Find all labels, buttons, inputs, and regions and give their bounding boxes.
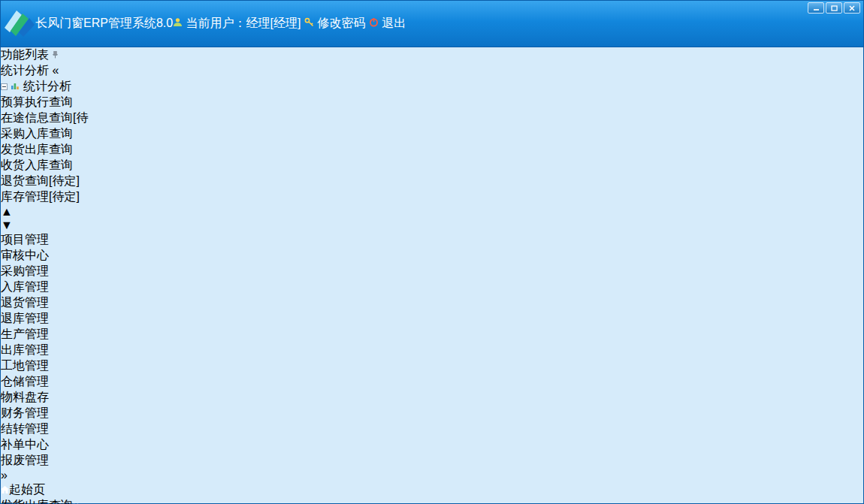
maximize-button[interactable] <box>826 2 842 14</box>
module-label: 报废管理 <box>1 454 49 466</box>
window-controls <box>808 2 860 14</box>
module-label: 生产管理 <box>1 327 49 340</box>
statistics-tree: 统计分析 预算执行查询在途信息查询[待采购入库查询发货出库查询收货入库查询退货查… <box>1 79 863 232</box>
sidebar-module[interactable]: 报废管理 <box>1 453 863 469</box>
tab-label: 起始页 <box>9 483 45 496</box>
tree-item[interactable]: 预算执行查询 <box>1 95 863 110</box>
tree-root-label: 统计分析 <box>23 80 71 92</box>
current-user-label: 当前用户：经理[经理] <box>186 17 301 29</box>
sidebar-module[interactable]: 补单中心 <box>1 437 863 453</box>
tree-item-label: 采购入库查询 <box>1 127 73 140</box>
module-label: 审核中心 <box>1 249 49 261</box>
tree-item[interactable]: 发货出库查询 <box>1 142 863 158</box>
tree-item-label: 库存管理[待定] <box>1 190 80 203</box>
sidebar-module[interactable]: 入库管理 <box>1 279 863 295</box>
module-label: 采购管理 <box>1 264 49 277</box>
app-title: 长风门窗ERP管理系统8.0 <box>35 16 173 32</box>
tree-item-label: 预算执行查询 <box>1 95 73 108</box>
sidebar-module[interactable]: 工地管理 <box>1 358 863 374</box>
sidebar-module[interactable]: 生产管理 <box>1 327 863 343</box>
app-window: 长风门窗ERP管理系统8.0 当前用户：经理[经理] 修改密码 退出 功能列表 <box>0 0 864 504</box>
module-label: 结转管理 <box>1 422 49 435</box>
tree-item[interactable]: 库存管理[待定] <box>1 189 863 205</box>
scroll-up-icon[interactable]: ▲ <box>1 205 863 219</box>
tree-item-label: 退货查询[待定] <box>1 174 80 187</box>
module-list: 项目管理审核中心采购管理入库管理退货管理退库管理生产管理出库管理工地管理仓储管理… <box>1 232 863 469</box>
key-icon <box>304 17 317 29</box>
sidebar-module[interactable]: 财务管理 <box>1 406 863 421</box>
tab-label: 发货出库查询 <box>1 499 73 504</box>
tree-item[interactable]: 退货查询[待定] <box>1 174 863 189</box>
app-logo-icon <box>1 8 35 41</box>
sidebar-module[interactable]: 仓储管理 <box>1 374 863 390</box>
tree-scrollbar[interactable]: ▲ ▼ <box>1 205 863 232</box>
tree-item-label: 发货出库查询 <box>1 143 73 155</box>
tree-item[interactable]: 收货入库查询 <box>1 158 863 174</box>
home-icon <box>1 483 9 496</box>
function-list-title: 功能列表 <box>1 48 49 61</box>
module-label: 退货管理 <box>1 296 49 309</box>
module-label: 财务管理 <box>1 406 49 419</box>
module-label: 物料盘存 <box>1 391 49 403</box>
minimize-button[interactable] <box>808 2 824 14</box>
close-button[interactable] <box>844 2 860 14</box>
sidebar-module[interactable]: 采购管理 <box>1 264 863 279</box>
user-bar: 当前用户：经理[经理] 修改密码 退出 <box>173 16 406 32</box>
change-password-link[interactable]: 修改密码 <box>317 17 365 29</box>
sidebar-module[interactable]: 结转管理 <box>1 421 863 437</box>
tree-item[interactable]: 采购入库查询 <box>1 126 863 142</box>
title-bar: 长风门窗ERP管理系统8.0 当前用户：经理[经理] 修改密码 退出 <box>1 1 863 47</box>
module-label: 仓储管理 <box>1 375 49 388</box>
sidebar-module[interactable]: 物料盘存 <box>1 390 863 406</box>
tab-outbound-query[interactable]: 发货出库查询 <box>1 498 863 504</box>
tree-item-label: 收货入库查询 <box>1 158 73 171</box>
tab-strip: 起始页发货出库查询 <box>1 482 863 504</box>
expander-icon[interactable] <box>1 80 11 92</box>
pin-icon[interactable] <box>52 48 59 61</box>
sidebar-module[interactable]: 审核中心 <box>1 248 863 264</box>
sidebar-module[interactable]: 退库管理 <box>1 311 863 327</box>
sidebar-module[interactable]: 出库管理 <box>1 343 863 358</box>
scroll-down-icon[interactable]: ▼ <box>1 219 863 232</box>
tree-item[interactable]: 在途信息查询[待 <box>1 110 863 126</box>
sidebar-module[interactable]: 退货管理 <box>1 295 863 311</box>
section-title: 统计分析 <box>1 64 49 77</box>
power-icon <box>369 17 382 29</box>
module-label: 补单中心 <box>1 438 49 451</box>
collapse-chevron-icon[interactable]: « <box>52 64 59 77</box>
overflow-chevron-icon[interactable]: » <box>1 469 8 481</box>
module-label: 工地管理 <box>1 359 49 372</box>
user-icon <box>173 17 186 29</box>
function-list-header: 功能列表 <box>1 47 863 63</box>
module-label: 入库管理 <box>1 280 49 293</box>
sidebar-module[interactable]: 项目管理 <box>1 232 863 248</box>
main-area: 起始页发货出库查询 查询条件 工程名称 库房 库位 出库单号 <box>1 482 863 504</box>
tab-start-page[interactable]: 起始页 <box>1 482 863 498</box>
sidebar-footer: » <box>1 469 863 482</box>
bar-chart-icon <box>11 80 23 92</box>
module-label: 出库管理 <box>1 343 49 356</box>
close-tab-icon[interactable] <box>73 499 79 504</box>
tree-root-statistics[interactable]: 统计分析 <box>1 79 863 95</box>
logout-link[interactable]: 退出 <box>382 17 406 29</box>
sidebar: 功能列表 统计分析 « 统计分析 预算执行 <box>1 47 863 482</box>
module-label: 项目管理 <box>1 233 49 246</box>
sidebar-section-statistics[interactable]: 统计分析 « <box>1 63 863 79</box>
tree-item-label: 在途信息查询[待 <box>1 111 88 124</box>
module-label: 退库管理 <box>1 312 49 324</box>
